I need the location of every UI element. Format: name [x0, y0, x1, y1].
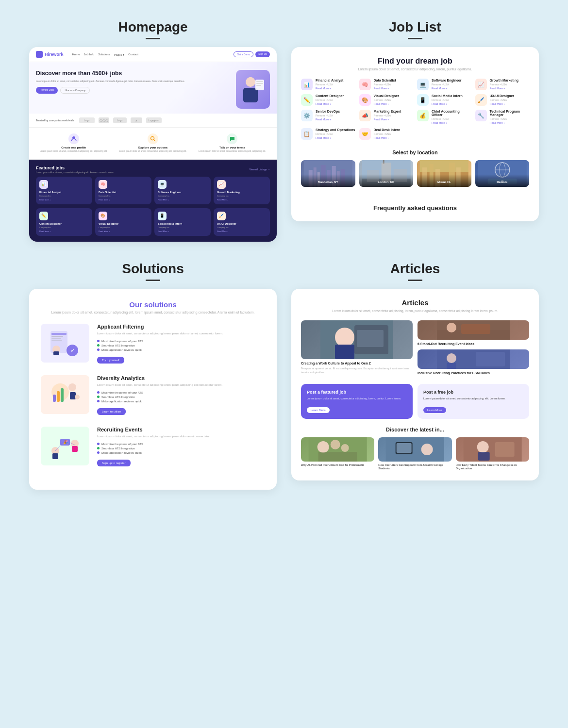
sol-item-desc-1: Lorem ipsum dolor sit amet, consectetur … — [97, 383, 222, 387]
svg-rect-47 — [53, 351, 59, 355]
art-article-0[interactable]: Creating a Work Culture to Appeal to Gen… — [301, 320, 413, 376]
sol-main-title: Our solutions — [41, 300, 265, 309]
jl-job-12[interactable]: 📋 Strategy and Operations Remote • USA R… — [301, 128, 355, 140]
jl-job-11[interactable]: 🔧 Technical Program Manager Remote • USA… — [475, 110, 530, 124]
jl-location-img-1: London, UK — [359, 160, 414, 187]
jl-location-label-3: Remote — [475, 174, 530, 187]
svg-rect-58 — [72, 446, 78, 452]
hp-job-3[interactable]: 📈 Growth Marketing Company Inc. Read Mor… — [214, 177, 270, 204]
jl-job-0[interactable]: 📊 Financial Analyst Remote • USA Read Mo… — [301, 79, 355, 90]
art-promo-btn-1[interactable]: Learn More — [423, 407, 446, 413]
jl-job-5[interactable]: 🎨 Visual Designer Remote • USA Read More… — [359, 94, 414, 106]
hp-job-read-7[interactable]: Read More + — [217, 230, 267, 232]
hp-nav-contact[interactable]: Contact — [128, 53, 138, 56]
art-discover-1[interactable]: How Recruiters Can Support From-Scratch … — [378, 437, 451, 471]
jl-job-6[interactable]: 📱 Social Media Intern Remote • USA Read … — [417, 94, 471, 106]
art-discover-2[interactable]: How Early Talent Teams Can Drive Change … — [456, 437, 529, 471]
art-discover-0[interactable]: Why AI-Powered Recruitment Can Be Proble… — [301, 437, 374, 471]
art-article-img-2 — [418, 349, 529, 369]
jl-location-img-0: Manhattan, NY — [301, 160, 355, 187]
sol-bullet-dot — [97, 391, 100, 394]
hp-job-2[interactable]: 💻 Software Engineer Company Inc. Read Mo… — [154, 177, 211, 204]
jl-job-2[interactable]: 💻 Software Engineer Remote • USA Read Mo… — [417, 79, 471, 90]
jl-job-9[interactable]: 📣 Marketing Expert Remote • USA Read Mor… — [359, 110, 414, 124]
joblist-card: Find your dream job Lorem ipsum dolor si… — [291, 47, 539, 221]
jl-job-icon-5: 🎨 — [359, 94, 371, 106]
jl-job-info-0: Financial Analyst Remote • USA Read More… — [316, 79, 343, 90]
hp-job-read-4[interactable]: Read More + — [39, 230, 89, 232]
hp-nav-home[interactable]: Home — [72, 53, 80, 56]
hp-job-read-1[interactable]: Read More + — [99, 199, 148, 201]
jl-job-10[interactable]: 💰 Chief Accounting Officer Remote • USA … — [417, 110, 471, 124]
hp-job-4[interactable]: ✏️ Content Designer Company Inc. Read Mo… — [36, 208, 92, 236]
hp-demo-button[interactable]: Get a Demo — [234, 51, 253, 57]
jl-job-icon-3: 📈 — [475, 79, 487, 90]
art-promo-desc-0: Lorem ipsum dolor sit amet, consectetur … — [307, 397, 407, 400]
jl-job-3[interactable]: 📈 Growth Marketing Remote • USA Read Mor… — [475, 79, 530, 90]
hp-job-6[interactable]: 📱 Social Media Intern Company Inc. Read … — [154, 208, 211, 236]
svg-point-79 — [341, 444, 349, 452]
hp-nav-jobs[interactable]: Job Info — [84, 53, 94, 56]
hp-job-5[interactable]: 🎨 Visual Designer Company Inc. Read More… — [95, 208, 151, 236]
hp-job-read-0[interactable]: Read More + — [39, 199, 89, 201]
jl-job-13[interactable]: 🤝 Deal Desk Intern Remote • USA Read Mor… — [359, 128, 414, 140]
svg-point-2 — [247, 77, 254, 85]
hp-view-all-link[interactable]: View All Listings → — [250, 168, 270, 171]
jl-job-1[interactable]: 🧠 Data Scientist Remote • USA Read More … — [359, 79, 414, 90]
sol-bullet-dot — [97, 451, 100, 454]
jl-location-remote[interactable]: Remote — [475, 160, 530, 187]
svg-rect-4 — [256, 81, 263, 82]
hp-job-read-5[interactable]: Read More + — [99, 230, 148, 232]
sol-item-title-2: Recruiting Events — [97, 427, 210, 432]
sol-bullet-dot — [97, 447, 100, 449]
hp-job-0[interactable]: 📊 Financial Analyst Company Inc. Read Mo… — [36, 177, 92, 204]
hp-jobs-grid: 📊 Financial Analyst Company Inc. Read Mo… — [36, 177, 270, 204]
hp-hero-desc: Lorem ipsum dolor sit amet, consectetur … — [36, 80, 231, 83]
articles-card: Articles Lorem ipsum dolor sit amet, con… — [291, 289, 539, 480]
art-promo-title-1: Post a free job — [423, 390, 523, 395]
svg-point-8 — [150, 137, 154, 140]
sol-bullet-2-2: Make application reviews quick — [97, 451, 210, 454]
svg-point-70 — [447, 323, 456, 332]
jl-job-8[interactable]: ⚙️ Senior DevOps Remote • USA Read More … — [301, 110, 355, 124]
hp-signup-button[interactable]: Sign Up — [255, 51, 270, 57]
jl-job-4[interactable]: ✏️ Content Designer Remote • USA Read Mo… — [301, 94, 355, 106]
joblist-section: Job List Find your dream job Lorem ipsum… — [291, 19, 539, 242]
hp-job-read-6[interactable]: Read More + — [158, 230, 207, 232]
jl-job-icon-9: 📣 — [359, 110, 371, 121]
hp-hire-button[interactable]: Hire as a Company — [60, 87, 90, 94]
hp-job-title-7: UX/UI Designer — [217, 222, 267, 225]
hp-job-read-3[interactable]: Read More + — [217, 199, 267, 201]
art-article-2[interactable]: Inclusive Recruiting Practices for ESM R… — [418, 349, 529, 375]
hp-company-logos: Logo ◯◯◯ Logo ☁ Logojpum — [79, 117, 162, 123]
hp-job-title-3: Growth Marketing — [217, 191, 267, 194]
hp-job-1[interactable]: 🧠 Data Scientist Company Inc. Read More … — [95, 177, 151, 204]
art-article-1[interactable]: 6 Stand-Out Recruiting Event Ideas — [418, 320, 529, 346]
sol-btn-1[interactable]: Learn to utilize — [97, 408, 126, 415]
hp-nav-pages[interactable]: Pages ▾ — [114, 53, 125, 56]
art-discover-text-0: Why AI-Powered Recruitment Can Be Proble… — [301, 463, 374, 467]
hp-job-read-2[interactable]: Read More + — [158, 199, 207, 201]
hp-remote-jobs-button[interactable]: Remote Jobs — [36, 87, 58, 94]
art-promo-btn-0[interactable]: Learn More — [307, 407, 330, 413]
jl-location-img-3: Remote — [475, 160, 530, 187]
jl-job-7[interactable]: 🖌️ UX/UI Designer Remote • USA Read More… — [475, 94, 530, 106]
hp-navbar: Hirework Home Job Info Solutions Pages ▾… — [29, 47, 277, 62]
sol-bullet-2-1: Seamless ATS Integration — [97, 447, 210, 450]
sol-img-2: 🎉 — [41, 427, 89, 465]
sol-btn-2[interactable]: Sign up to register — [97, 460, 131, 466]
jl-location-london[interactable]: London, UK — [359, 160, 414, 187]
hp-nav-solutions[interactable]: Solutions — [98, 53, 110, 56]
art-main-title: Articles — [301, 298, 529, 307]
sol-bullet-1-0: Maximize the power of your ATS — [97, 391, 222, 394]
jl-location-manhattan[interactable]: Manhattan, NY — [301, 160, 355, 187]
jl-job-info-1: Data Scientist Remote • USA Read More + — [374, 79, 396, 90]
svg-point-23 — [382, 163, 385, 165]
hp-job-7[interactable]: 🖌️ UX/UI Designer Company Inc. Read More… — [214, 208, 270, 236]
jl-location-miami[interactable]: Miami, FL — [417, 160, 471, 187]
sol-btn-0[interactable]: Try it yourself — [97, 357, 124, 364]
hp-job-icon-3: 📈 — [217, 180, 226, 189]
sol-item-1: Diversity Analytics Lorem ipsum dolor si… — [41, 375, 265, 415]
jl-job-info-9: Marketing Expert Remote • USA Read More … — [374, 110, 401, 121]
hp-profile-icon — [68, 133, 79, 144]
